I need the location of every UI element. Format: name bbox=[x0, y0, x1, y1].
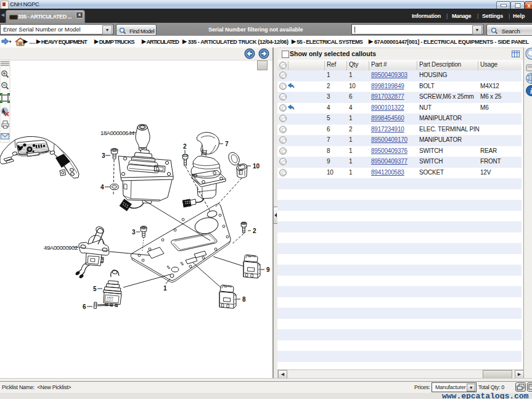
svg-text:10: 10 bbox=[253, 163, 260, 170]
svg-text:3: 3 bbox=[102, 152, 105, 159]
svg-text:9: 9 bbox=[266, 266, 270, 273]
svg-text:2: 2 bbox=[183, 143, 187, 150]
svg-text:3: 3 bbox=[132, 229, 136, 236]
svg-text:7: 7 bbox=[225, 141, 229, 147]
svg-text:1: 1 bbox=[163, 285, 167, 292]
svg-text:18A00000644: 18A00000644 bbox=[100, 130, 134, 136]
svg-text:2: 2 bbox=[253, 228, 256, 234]
svg-text:8: 8 bbox=[242, 296, 246, 303]
svg-text:49A00000902: 49A00000902 bbox=[44, 244, 78, 251]
svg-text:4: 4 bbox=[100, 184, 104, 191]
svg-text:0 1 2 3: 0 1 2 3 bbox=[107, 299, 113, 302]
svg-text:5: 5 bbox=[93, 286, 97, 292]
svg-text:6: 6 bbox=[83, 303, 86, 310]
